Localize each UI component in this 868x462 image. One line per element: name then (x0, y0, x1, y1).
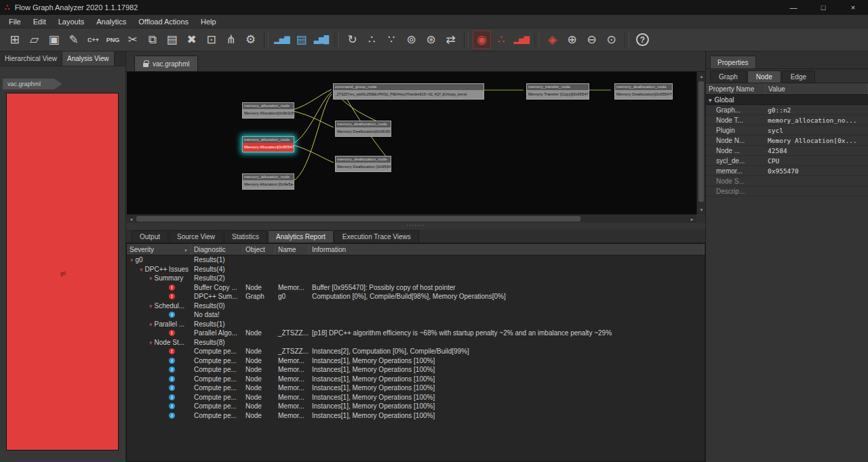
help-icon[interactable]: ? (636, 33, 649, 46)
canvas-vertical-scrollbar[interactable] (696, 72, 705, 214)
prune-graph-icon[interactable]: ✂ (123, 30, 142, 49)
edit-rules-icon[interactable]: ✎ (64, 30, 83, 49)
property-row[interactable]: Node ... 42584 (706, 146, 868, 156)
critical-nodes-icon[interactable]: ∴ (492, 30, 511, 49)
graph-canvas[interactable]: memory_allocation_node Memory Allocation… (127, 72, 696, 214)
graph-node[interactable]: command_group_node _ZTSZZ7vec_addIfLi256… (333, 83, 484, 100)
column-severity[interactable]: Severity (127, 244, 191, 255)
column-name[interactable]: Name (275, 244, 309, 255)
property-row[interactable]: memor... 0x955470 (706, 166, 868, 176)
zoom-reset-icon[interactable]: ⊙ (602, 30, 620, 49)
open-graph-icon[interactable]: ▱ (25, 30, 43, 49)
report-group-row[interactable]: Schedul... Results(0) (127, 301, 705, 311)
critical-chart-icon[interactable]: ▂▅▇ (512, 30, 530, 49)
menu-file[interactable]: File (3, 15, 27, 28)
report-item-row[interactable]: Compute pe... Node Memor... Instances[1]… (127, 411, 705, 421)
report-item-row[interactable]: Compute pe... Node Memor... Instances[1]… (127, 402, 705, 411)
column-property-name[interactable]: Property Name (706, 83, 766, 94)
menu-edit[interactable]: Edit (27, 15, 52, 28)
property-row[interactable]: Descrip... (706, 186, 868, 196)
tab-edge[interactable]: Edge (782, 70, 815, 83)
report-item-row[interactable]: Compute pe... Node Memor... Instances[1]… (127, 393, 705, 402)
save-graph-icon[interactable]: ▣ (45, 30, 63, 49)
report-item-row[interactable]: Compute pe... Node Memor... Instances[1]… (127, 356, 705, 366)
report-item-row[interactable]: Compute pe... Node Memor... Instances[1]… (127, 365, 705, 375)
concurrency-web-icon[interactable]: ⊛ (422, 30, 440, 49)
menu-layouts[interactable]: Layouts (52, 15, 91, 28)
graph-topology-icon[interactable]: ∴ (363, 30, 381, 49)
analytics-report-icon[interactable]: ▤ (292, 30, 311, 49)
rule-check-icon[interactable]: ⊚ (402, 30, 420, 49)
tab-analysis-view[interactable]: Analysis View (62, 51, 115, 66)
expander-icon[interactable] (140, 266, 143, 273)
report-item-row[interactable]: DPC++ Sum... Graph g0 Computation [0%], … (127, 292, 705, 301)
expander-icon[interactable] (130, 256, 134, 264)
tab-statistics[interactable]: Statistics (224, 230, 267, 243)
tab-graph[interactable]: Graph (710, 70, 747, 83)
property-row[interactable]: Plugin sycl (706, 125, 868, 135)
property-row[interactable]: Node N... Memory Allocation[0x... (706, 135, 868, 146)
paste-node-icon[interactable]: ▤ (163, 30, 181, 49)
tab-node[interactable]: Node (747, 70, 781, 83)
report-item-row[interactable]: Compute pe... Node _ZTSZZ... Instances[2… (127, 347, 705, 356)
property-row[interactable]: Node S... (706, 176, 868, 186)
property-row[interactable]: Node T... memory_allocation_no... (706, 115, 868, 125)
column-diagnostic[interactable]: Diagnostic (191, 244, 243, 255)
analytics-bars-icon[interactable]: ▂▅▇ (273, 30, 291, 49)
report-group-row[interactable]: DPC++ Issues Results(4) (127, 265, 705, 274)
graph-tree-item[interactable]: vac.graphml (3, 79, 62, 89)
report-item-row[interactable]: Parallel Algo... Node _ZTSZZ... [p18] DP… (127, 329, 705, 338)
group-nodes-icon[interactable]: ⊡ (202, 30, 220, 49)
property-row[interactable]: Graph... g0::n2 (706, 105, 868, 115)
preferences-gear-icon[interactable]: ⚙ (241, 30, 260, 49)
property-row[interactable]: sycl_de... CPU (706, 156, 868, 166)
filter-arrow-icon[interactable] (184, 246, 188, 253)
column-value[interactable]: Value (766, 83, 868, 94)
graph-node[interactable]: memory_allocation_node Memory Allocation… (242, 102, 294, 119)
export-png-icon[interactable]: PNG (104, 30, 122, 49)
report-item-row[interactable]: Buffer Copy ... Node Memor... Buffer [0x… (127, 283, 705, 293)
property-group-row[interactable]: Global (706, 95, 868, 105)
report-group-row[interactable]: Summary Results(2) (127, 274, 705, 283)
refresh-layout-icon[interactable]: ↻ (343, 30, 361, 49)
swap-layout-icon[interactable]: ⇄ (441, 30, 460, 49)
graph-node[interactable]: memory_deallocation_node Memory Dealloca… (614, 83, 673, 100)
tab-output[interactable]: Output (132, 230, 168, 243)
menu-offload-actions[interactable]: Offload Actions (132, 15, 195, 28)
menu-help[interactable]: Help (195, 15, 222, 28)
expander-icon[interactable] (149, 320, 153, 328)
graph-node[interactable]: memory_deallocation_node Memory Dealloca… (335, 156, 391, 172)
menu-analytics[interactable]: Analytics (90, 15, 132, 28)
close-button[interactable]: × (838, 0, 868, 15)
tab-analytics-report[interactable]: Analytics Report (268, 230, 334, 243)
statistics-chart-icon[interactable]: ▃▆█ (312, 30, 330, 49)
report-group-row[interactable]: Node St... Results(8) (127, 338, 705, 348)
graph-node-selected[interactable]: memory_allocation_node Memory Allocation… (242, 136, 294, 152)
offload-node-icon[interactable]: ◈ (543, 30, 561, 49)
expander-icon[interactable] (149, 339, 153, 346)
report-group-row[interactable]: g0 Results(1) (127, 255, 705, 265)
report-item-row[interactable]: Compute pe... Node Memor... Instances[1]… (127, 375, 705, 384)
zoom-in-icon[interactable]: ⊕ (563, 30, 581, 49)
column-information[interactable]: Information (309, 244, 705, 255)
copy-node-icon[interactable]: ⧉ (143, 30, 161, 49)
graph-node[interactable]: memory_deallocation_node Memory Dealloca… (335, 121, 391, 137)
column-object[interactable]: Object (243, 244, 275, 255)
properties-panel-tab[interactable]: Properties (710, 56, 756, 68)
zoom-out-icon[interactable]: ⊖ (583, 30, 601, 49)
collapse-arrow-icon[interactable] (709, 96, 712, 104)
horizontal-scroll-thumb[interactable] (136, 216, 580, 222)
graph-node[interactable]: memory_transfer_node Memory Transfer [Co… (526, 83, 589, 100)
subgraph-icon[interactable]: ∵ (382, 30, 401, 49)
tab-execution-trace-views[interactable]: Execution Trace Views (334, 230, 419, 243)
report-item-row[interactable]: Compute pe... Node Memor... Instances[1]… (127, 383, 705, 393)
report-group-row[interactable]: Parallel ... Results(1) (127, 320, 705, 329)
graph-minimap[interactable]: g0 (6, 93, 119, 450)
maximize-button[interactable]: □ (808, 0, 838, 15)
vertical-scroll-thumb[interactable] (698, 81, 704, 202)
document-tab[interactable]: vac.graphml (134, 56, 198, 71)
highlight-critical-path-icon[interactable]: ◉ (473, 30, 491, 49)
export-cpp-icon[interactable]: C++ (84, 30, 102, 49)
graph-node[interactable]: memory_allocation_node Memory Allocation… (242, 173, 294, 190)
expander-icon[interactable] (149, 302, 153, 310)
